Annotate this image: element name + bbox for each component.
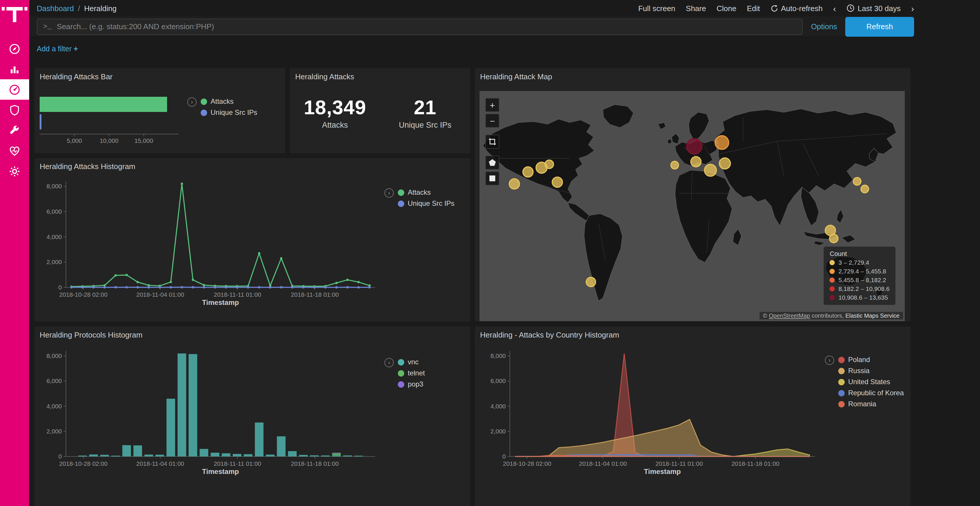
discover-compass-icon [9, 43, 21, 54]
clock-icon [847, 4, 855, 12]
legend: vnctelnetpop3 [398, 358, 425, 388]
sidebar-item-security[interactable] [0, 100, 29, 120]
map-marker[interactable] [523, 167, 533, 177]
search-input[interactable] [57, 22, 797, 31]
map-legend-dot [830, 268, 835, 274]
dashboard-gauge-icon [9, 84, 21, 95]
map-marker[interactable] [705, 164, 716, 176]
crop-filter-button[interactable] [485, 135, 500, 149]
legend-toggle-icon[interactable]: › [187, 97, 197, 107]
legend: AttacksUnique Src IPs [398, 188, 454, 208]
map-marker[interactable] [829, 234, 838, 243]
rectangle-icon [489, 175, 496, 182]
legend-item[interactable]: vnc [398, 358, 425, 366]
logo-dot-right [24, 7, 27, 11]
svg-text:8,000: 8,000 [490, 352, 506, 359]
svg-text:2018-11-18 01:00: 2018-11-18 01:00 [291, 291, 339, 298]
map-marker[interactable] [545, 160, 554, 168]
breadcrumb-dashboard-link[interactable]: Dashboard [37, 4, 74, 13]
legend-item[interactable]: pop3 [398, 380, 425, 388]
terminal-prompt-icon: >_ [43, 22, 52, 31]
openstreetmap-link[interactable]: OpenStreetMap [769, 312, 810, 319]
panel-title: Heralding Attack Map [475, 68, 911, 81]
country-area-chart[interactable]: 02,0004,0006,0008,0002018-10-28 02:00201… [479, 342, 821, 506]
sidebar-item-visualize[interactable] [0, 59, 29, 79]
map-count-legend: Count 3 – 2,729.42,729.4 – 5,455.85,455.… [824, 247, 896, 305]
legend-toggle-icon[interactable]: › [825, 355, 834, 365]
legend-color-dot [838, 357, 845, 363]
legend-color-dot [398, 200, 404, 207]
legend-item[interactable]: Attacks [200, 97, 257, 106]
svg-text:2018-11-18 01:00: 2018-11-18 01:00 [291, 460, 339, 467]
legend-color-dot [398, 359, 404, 365]
refresh-button[interactable]: Refresh [845, 17, 914, 36]
rectangle-draw-button[interactable] [485, 171, 500, 186]
attacks-bar-chart[interactable]: 5,00010,00015,000 [38, 94, 186, 149]
legend-item[interactable]: Poland [838, 355, 904, 364]
legend-item[interactable]: Russia [838, 367, 904, 375]
metric-value: 21 [380, 96, 470, 119]
sidebar-item-dashboard[interactable] [0, 79, 29, 100]
map-marker[interactable] [671, 161, 678, 169]
svg-text:0: 0 [58, 284, 62, 290]
heartbeat-icon [9, 145, 21, 157]
auto-refresh-button[interactable]: Auto-refresh [770, 4, 822, 13]
options-link[interactable]: Options [811, 22, 837, 31]
attacks-line-chart[interactable]: 02,0004,0006,0008,0002018-10-28 02:00201… [39, 173, 383, 320]
svg-text:8,000: 8,000 [46, 183, 62, 189]
map-legend-item: 10,908.6 – 13,635 [830, 294, 889, 301]
map-attribution: © OpenStreetMap contributors, Elastic Ma… [759, 312, 903, 319]
map-marker[interactable] [715, 136, 729, 149]
breadcrumb-current: Heralding [84, 4, 116, 13]
map-marker[interactable] [853, 178, 861, 185]
svg-text:2018-10-28 02:00: 2018-10-28 02:00 [59, 460, 108, 467]
share-button[interactable]: Share [686, 4, 706, 13]
legend-item[interactable]: Romania [838, 400, 904, 408]
sidebar-item-monitoring[interactable] [0, 141, 29, 161]
sidebar-item-dev-tools[interactable] [0, 120, 29, 141]
map-marker[interactable] [861, 185, 869, 193]
svg-text:4,000: 4,000 [490, 403, 506, 409]
legend-toggle-icon[interactable]: › [384, 188, 394, 198]
add-filter-link[interactable]: Add a filter + [37, 45, 78, 53]
legend-toggle-icon[interactable]: › [384, 358, 394, 367]
sidebar-nav [0, 38, 29, 181]
legend-label: Unique Src IPs [408, 199, 454, 208]
time-next-button[interactable]: › [911, 4, 914, 13]
legend-item[interactable]: Unique Src IPs [200, 108, 257, 117]
protocols-bar-chart[interactable]: 02,0004,0006,0008,0002018-10-28 02:00201… [39, 342, 383, 506]
map-legend-dot [830, 277, 835, 282]
full-screen-button[interactable]: Full screen [638, 4, 675, 13]
time-range-picker[interactable]: Last 30 days [847, 4, 900, 13]
map-marker[interactable] [719, 158, 730, 169]
sidebar-item-management[interactable] [0, 161, 29, 181]
map-marker[interactable] [687, 139, 702, 154]
clone-button[interactable]: Clone [717, 4, 737, 13]
polygon-draw-button[interactable] [485, 155, 500, 170]
time-prev-button[interactable]: ‹ [833, 4, 836, 13]
map-marker[interactable] [509, 179, 519, 189]
legend-item[interactable]: Unique Src IPs [398, 199, 454, 208]
elastic-maps-service-link[interactable]: Elastic Maps Service [845, 312, 899, 319]
kibana-dashboard-app: Dashboard/Heralding Full screen Share Cl… [0, 0, 980, 506]
legend-item[interactable]: Attacks [398, 188, 454, 197]
zoom-in-button[interactable]: + [485, 98, 500, 112]
legend-color-dot [838, 379, 845, 385]
map-marker[interactable] [552, 177, 562, 187]
legend-label: Republic of Korea [848, 389, 904, 397]
zoom-out-button[interactable]: − [485, 114, 500, 128]
metric-value: 18,349 [290, 96, 380, 119]
map-marker[interactable] [691, 157, 701, 167]
world-map[interactable]: + − Count 3 – 2,729.42,729.4 – 5,455.85,… [479, 91, 905, 321]
legend-item[interactable]: United States [838, 378, 904, 386]
map-marker[interactable] [586, 277, 596, 287]
svg-text:0: 0 [58, 453, 62, 460]
svg-text:2,000: 2,000 [46, 428, 62, 435]
bar-chart-icon [9, 63, 21, 75]
legend-item[interactable]: Republic of Korea [838, 389, 904, 397]
sidebar-item-discover[interactable] [0, 38, 29, 59]
svg-text:5,000: 5,000 [67, 137, 82, 144]
svg-text:2018-11-04 01:00: 2018-11-04 01:00 [579, 460, 627, 467]
edit-button[interactable]: Edit [747, 4, 760, 13]
legend-item[interactable]: telnet [398, 369, 425, 377]
